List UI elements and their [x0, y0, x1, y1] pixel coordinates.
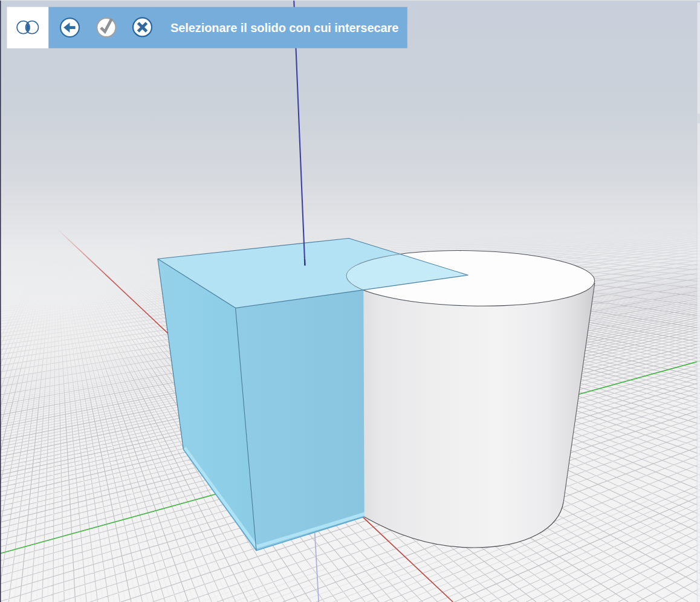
svg-text:Selezionare il solido con cui: Selezionare il solido con cui intersecar…: [170, 21, 399, 34]
